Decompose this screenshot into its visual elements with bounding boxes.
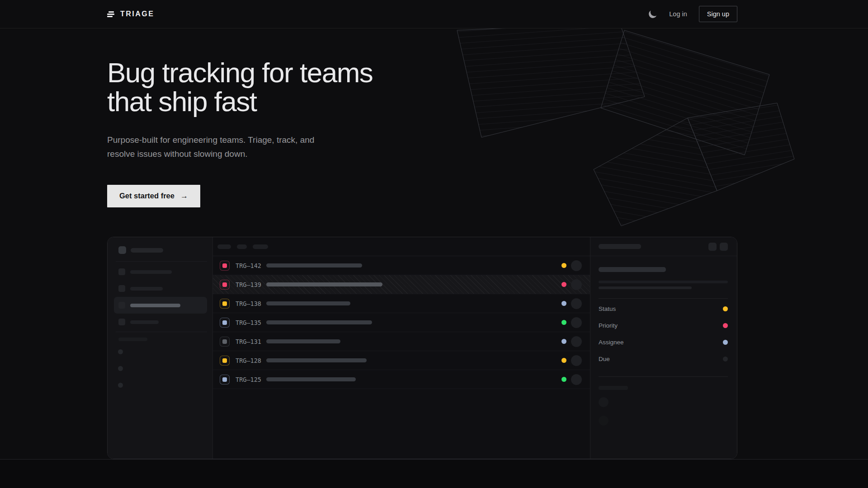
field-value-dot: [723, 357, 728, 361]
issue-detail-panel: Status Priority Assignee Due: [590, 237, 737, 459]
workspace-name-placeholder: [131, 248, 163, 253]
sidebar-nav: [118, 263, 204, 330]
description-line-placeholder: [599, 281, 728, 283]
comment-avatar-placeholder: [599, 416, 609, 426]
issue-title-placeholder: [266, 301, 350, 305]
sidebar-nav-item: [114, 280, 207, 297]
detail-action-placeholder: [720, 243, 728, 251]
status-dot: [561, 358, 566, 363]
status-dot: [561, 301, 566, 306]
hero-title-line1: Bug tracking for teams: [107, 57, 373, 88]
comment-avatar-placeholder: [599, 397, 609, 407]
brand-name: TRIAGE: [120, 10, 154, 18]
issue-type-icon: [220, 356, 230, 366]
top-nav: TRIAGE Log in Sign up: [0, 0, 868, 28]
comments-label-placeholder: [599, 386, 628, 390]
detail-field-row: Due: [599, 351, 728, 367]
issue-list: TRG–142 TRG–139 TRG–138 TRG–135: [213, 237, 590, 459]
signup-button[interactable]: Sign up: [699, 6, 737, 22]
filter-pill-placeholder: [217, 244, 231, 249]
issue-id: TRG–139: [236, 281, 263, 288]
assignee-avatar: [571, 355, 582, 366]
assignee-avatar: [571, 317, 582, 328]
issue-title-placeholder: [266, 358, 367, 362]
issue-row: TRG–128: [213, 351, 590, 370]
detail-title-placeholder: [599, 244, 641, 249]
sidebar-dot: [118, 366, 123, 371]
issue-list-header: [213, 237, 590, 256]
assignee-avatar: [571, 374, 582, 385]
get-started-button[interactable]: Get started free →: [107, 185, 200, 207]
workspace-switcher: [118, 246, 204, 254]
arrow-right-icon: →: [180, 192, 188, 201]
filter-pill-placeholder: [237, 244, 247, 249]
detail-divider: [599, 298, 728, 299]
nav-item-icon: [118, 319, 125, 325]
assignee-avatar: [571, 279, 582, 290]
assignee-avatar: [571, 260, 582, 271]
sidebar-divider: [116, 332, 207, 332]
hero-title-line2: that ship fast: [107, 86, 257, 117]
assignee-avatar: [571, 298, 582, 309]
issue-type-icon: [220, 318, 230, 328]
issue-row: TRG–125: [213, 370, 590, 389]
detail-field-row: Priority: [599, 317, 728, 334]
brand-logo[interactable]: TRIAGE: [107, 10, 154, 18]
detail-panel-header: [590, 237, 737, 256]
nav-item-label-placeholder: [130, 320, 159, 324]
nav-item-label-placeholder: [130, 270, 172, 274]
cta-label: Get started free: [119, 192, 175, 200]
detail-field-row: Status: [599, 300, 728, 317]
sidebar-divider: [116, 261, 207, 262]
hero-title: Bug tracking for teams that ship fast: [107, 28, 737, 117]
login-link[interactable]: Log in: [669, 10, 687, 18]
status-dot: [561, 282, 566, 287]
hero-subtitle: Purpose-built for engineering teams. Tri…: [107, 133, 737, 161]
nav-item-label-placeholder: [130, 304, 180, 307]
issue-title-placeholder: [599, 267, 666, 272]
field-value-dot: [723, 340, 728, 345]
issue-id: TRG–125: [236, 376, 263, 383]
triage-logo-icon: [107, 11, 115, 17]
issue-id: TRG–131: [236, 338, 263, 345]
issue-id: TRG–138: [236, 300, 263, 307]
issue-row: TRG–131: [213, 332, 590, 351]
issue-title-placeholder: [266, 377, 356, 381]
status-dot: [561, 263, 566, 268]
issue-title-placeholder: [266, 263, 362, 267]
field-value-dot: [723, 323, 728, 328]
detail-divider: [599, 376, 728, 377]
issue-row: TRG–142: [213, 256, 590, 275]
issue-type-icon: [220, 280, 230, 290]
status-dot: [561, 320, 566, 325]
field-label: Assignee: [599, 339, 624, 346]
status-dot: [561, 339, 566, 344]
sidebar-dot: [118, 383, 123, 388]
issue-type-icon: [220, 261, 230, 271]
sidebar-nav-item-active: [114, 297, 207, 314]
issue-row: TRG–139: [213, 275, 590, 294]
nav-item-icon: [118, 285, 125, 292]
nav-item-icon: [118, 302, 125, 309]
field-label: Priority: [599, 322, 618, 329]
issue-list-body: TRG–142 TRG–139 TRG–138 TRG–135: [213, 256, 590, 389]
description-line-placeholder: [599, 286, 692, 289]
issue-id: TRG–142: [236, 262, 263, 269]
theme-toggle-button[interactable]: [648, 9, 657, 19]
mockup-sidebar: [108, 237, 213, 459]
sidebar-nav-item: [114, 263, 207, 280]
issue-type-icon: [220, 375, 230, 385]
nav-item-label-placeholder: [130, 287, 163, 291]
issue-type-icon: [220, 337, 230, 347]
field-value-dot: [723, 306, 728, 311]
sidebar-nav-item: [114, 314, 207, 330]
issue-title-placeholder: [266, 282, 382, 286]
sidebar-dot: [118, 349, 123, 354]
moon-icon: [648, 9, 658, 19]
issue-title-placeholder: [266, 339, 340, 343]
field-label: Status: [599, 305, 616, 312]
hero-section: Bug tracking for teams that ship fast Pu…: [107, 28, 737, 207]
nav-item-icon: [118, 268, 125, 275]
issue-row: TRG–135: [213, 313, 590, 332]
field-label: Due: [599, 356, 610, 362]
